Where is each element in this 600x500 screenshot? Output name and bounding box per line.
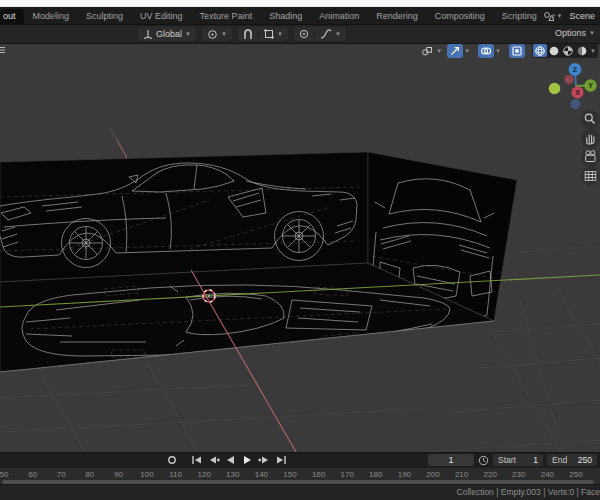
magnet-snap-icon xyxy=(243,29,253,40)
snapping-cluster: Global ▼ ▼ ▼ xyxy=(138,27,346,41)
viewport-canvas: Z Y X xyxy=(0,44,600,452)
shading-solid-button[interactable] xyxy=(547,44,561,57)
zoom-button[interactable] xyxy=(581,110,600,129)
material-shading-icon xyxy=(562,45,574,57)
falloff-curve-icon xyxy=(320,29,332,39)
status-text: Collection | Empty.003 | Verts:0 | Face xyxy=(457,487,600,497)
show-overlays-toggle[interactable] xyxy=(478,44,494,58)
chevron-down-icon: ▼ xyxy=(436,48,442,54)
scene-name: Scene xyxy=(565,11,595,21)
pan-button[interactable] xyxy=(581,129,600,148)
gizmo-icon xyxy=(449,45,461,57)
orientation-axes-icon xyxy=(143,29,153,39)
chevron-down-icon: ▼ xyxy=(185,31,191,37)
tab-modeling[interactable]: Modeling xyxy=(25,9,78,24)
ruler-frame-label: 110 xyxy=(169,470,182,479)
tab-sculpting[interactable]: Sculpting xyxy=(78,9,131,24)
xray-toggle[interactable] xyxy=(509,44,525,58)
next-keyframe-button[interactable] xyxy=(256,454,272,466)
visibility-dropdown[interactable] xyxy=(419,44,435,58)
clock-icon xyxy=(478,455,489,466)
ortho-toggle-button[interactable] xyxy=(581,167,600,186)
orientation-dropdown[interactable]: Global ▼ xyxy=(138,27,196,41)
reference-plane-side[interactable] xyxy=(0,152,368,282)
pivot-point-icon xyxy=(207,29,218,40)
visibility-icon xyxy=(421,45,433,57)
tab-uv-editing[interactable]: UV Editing xyxy=(132,9,191,24)
timeline-ruler[interactable]: 5060708090100110120130140150160170180190… xyxy=(0,468,600,485)
editor-menu-icon[interactable] xyxy=(0,48,5,53)
overlays-icon xyxy=(480,45,492,57)
play-button[interactable] xyxy=(239,454,255,466)
camera-view-button[interactable] xyxy=(581,148,600,167)
axis-ball-neg-y[interactable] xyxy=(549,83,561,95)
shading-wireframe-button[interactable] xyxy=(533,44,547,57)
axis-label-z: Z xyxy=(573,66,578,73)
options-dropdown[interactable]: Options ▼ xyxy=(555,28,595,38)
tab-scripting[interactable]: Scripting xyxy=(494,9,545,24)
current-frame-field[interactable]: 1 xyxy=(428,454,474,466)
current-frame-value: 1 xyxy=(448,455,453,465)
show-gizmo-toggle[interactable] xyxy=(447,44,463,58)
proportional-edit-group[interactable]: ▼ xyxy=(294,27,346,41)
start-frame-field[interactable]: Start 1 xyxy=(493,454,543,466)
ruler-frame-label: 200 xyxy=(426,470,439,479)
shading-material-button[interactable] xyxy=(561,44,575,57)
axis-ball-neg-z[interactable] xyxy=(571,99,581,109)
ruler-frame-label: 190 xyxy=(398,470,411,479)
jump-to-end-button[interactable] xyxy=(273,454,289,466)
chevron-down-icon: ▼ xyxy=(589,30,595,36)
shading-mode-group: ▼ xyxy=(532,44,598,58)
record-button[interactable] xyxy=(164,454,180,466)
tab-shading[interactable]: Shading xyxy=(261,9,310,24)
snap-target-icon xyxy=(264,29,274,39)
jump-to-start-button[interactable] xyxy=(188,454,204,466)
options-label: Options xyxy=(555,28,586,38)
playback-controls: 1 Start 1 End 250 xyxy=(0,453,600,468)
chevron-down-icon: ▼ xyxy=(277,31,283,37)
jump-start-icon xyxy=(190,455,203,465)
tool-settings-bar: Global ▼ ▼ ▼ xyxy=(0,25,600,44)
ruler-frame-label: 170 xyxy=(341,470,354,479)
shading-rendered-button[interactable] xyxy=(575,44,589,57)
play-reverse-icon xyxy=(224,455,237,465)
chevron-down-icon: ▼ xyxy=(590,48,596,54)
orientation-label: Global xyxy=(156,29,182,39)
blender-window: out Modeling Sculpting UV Editing Textur… xyxy=(0,0,600,500)
axis-gizmo[interactable]: Z Y X xyxy=(549,63,597,109)
chevron-down-icon: ▼ xyxy=(557,13,563,19)
tab-layout[interactable]: out xyxy=(0,9,24,24)
rendered-shading-icon xyxy=(576,45,588,57)
end-label: End xyxy=(552,455,567,465)
tab-animation[interactable]: Animation xyxy=(311,9,367,24)
scene-icon xyxy=(543,11,554,22)
viewport-3d[interactable]: Z Y X xyxy=(0,44,600,452)
end-frame-field[interactable]: End 250 xyxy=(547,454,597,466)
snap-group[interactable]: ▼ xyxy=(238,27,288,41)
prev-keyframe-icon xyxy=(207,455,220,465)
ruler-frame-label: 50 xyxy=(0,470,8,479)
chevron-down-icon: ▼ xyxy=(495,48,501,54)
xray-icon xyxy=(511,45,523,57)
ruler-frame-label: 100 xyxy=(140,470,153,479)
start-value: 1 xyxy=(533,455,538,465)
play-reverse-button[interactable] xyxy=(222,454,238,466)
ruler-frame-label: 240 xyxy=(541,470,554,479)
play-icon xyxy=(241,455,254,465)
jump-end-icon xyxy=(275,455,288,465)
chevron-down-icon: ▼ xyxy=(221,31,227,37)
tab-rendering[interactable]: Rendering xyxy=(368,9,426,24)
tab-compositing[interactable]: Compositing xyxy=(427,9,493,24)
wireframe-shading-icon xyxy=(534,45,546,57)
axis-ball-neg-x[interactable] xyxy=(564,75,573,84)
chevron-down-icon: ▼ xyxy=(335,31,341,37)
pivot-point-dropdown[interactable]: ▼ xyxy=(202,27,232,41)
ruler-frame-label: 70 xyxy=(57,470,66,479)
record-icon xyxy=(167,455,177,465)
viewport-nav-buttons xyxy=(581,110,600,186)
ruler-frame-label: 80 xyxy=(85,470,94,479)
tab-texture-paint[interactable]: Texture Paint xyxy=(192,9,261,24)
prev-keyframe-button[interactable] xyxy=(205,454,221,466)
scene-selector[interactable]: ▼ Scene xyxy=(543,9,595,23)
axis-label-x: X xyxy=(575,89,580,96)
